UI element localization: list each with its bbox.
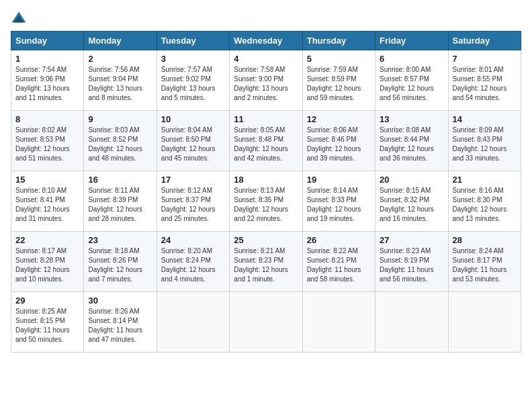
day-info: Sunrise: 8:04 AMSunset: 8:50 PMDaylight:… xyxy=(161,126,225,163)
day-number: 15 xyxy=(15,175,79,185)
calendar-cell: 17Sunrise: 8:12 AMSunset: 8:37 PMDayligh… xyxy=(157,171,229,232)
weekday-header-thursday: Thursday xyxy=(302,32,375,50)
day-info: Sunrise: 8:08 AMSunset: 8:44 PMDaylight:… xyxy=(380,126,443,163)
day-info: Sunrise: 8:20 AMSunset: 8:24 PMDaylight:… xyxy=(161,246,225,284)
calendar-cell: 16Sunrise: 8:11 AMSunset: 8:39 PMDayligh… xyxy=(84,171,157,232)
day-info: Sunrise: 8:17 AMSunset: 8:28 PMDaylight:… xyxy=(15,246,79,284)
calendar-cell: 20Sunrise: 8:15 AMSunset: 8:32 PMDayligh… xyxy=(375,171,448,232)
calendar-cell xyxy=(448,292,521,353)
week-row-1: 1Sunrise: 7:54 AMSunset: 9:06 PMDaylight… xyxy=(11,50,521,111)
day-number: 9 xyxy=(88,114,152,124)
week-row-5: 29Sunrise: 8:25 AMSunset: 8:15 PMDayligh… xyxy=(11,292,521,353)
calendar-cell: 8Sunrise: 8:02 AMSunset: 8:53 PMDaylight… xyxy=(11,111,84,171)
calendar-cell: 2Sunrise: 7:56 AMSunset: 9:04 PMDaylight… xyxy=(84,50,157,111)
calendar-cell: 3Sunrise: 7:57 AMSunset: 9:02 PMDaylight… xyxy=(157,50,229,111)
week-row-3: 15Sunrise: 8:10 AMSunset: 8:41 PMDayligh… xyxy=(11,171,521,232)
day-info: Sunrise: 8:18 AMSunset: 8:26 PMDaylight:… xyxy=(88,246,152,284)
day-info: Sunrise: 7:56 AMSunset: 9:04 PMDaylight:… xyxy=(88,65,152,103)
calendar-cell: 6Sunrise: 8:00 AMSunset: 8:57 PMDaylight… xyxy=(375,50,448,111)
day-number: 27 xyxy=(380,235,443,245)
calendar-cell: 10Sunrise: 8:04 AMSunset: 8:50 PMDayligh… xyxy=(157,111,229,171)
day-info: Sunrise: 8:13 AMSunset: 8:35 PMDaylight:… xyxy=(234,186,298,224)
calendar-cell: 4Sunrise: 7:58 AMSunset: 9:00 PMDaylight… xyxy=(230,50,302,111)
calendar-cell: 21Sunrise: 8:16 AMSunset: 8:30 PMDayligh… xyxy=(448,171,521,232)
day-info: Sunrise: 8:03 AMSunset: 8:52 PMDaylight:… xyxy=(88,126,152,163)
calendar-cell: 22Sunrise: 8:17 AMSunset: 8:28 PMDayligh… xyxy=(11,232,84,292)
weekday-header-sunday: Sunday xyxy=(11,32,84,50)
weekday-header-monday: Monday xyxy=(84,32,157,50)
day-number: 13 xyxy=(380,114,443,124)
calendar-cell: 30Sunrise: 8:26 AMSunset: 8:14 PMDayligh… xyxy=(84,292,157,353)
day-info: Sunrise: 7:57 AMSunset: 9:02 PMDaylight:… xyxy=(161,65,225,103)
calendar-cell xyxy=(302,292,375,353)
calendar-table: SundayMondayTuesdayWednesdayThursdayFrid… xyxy=(11,31,521,353)
calendar-cell: 19Sunrise: 8:14 AMSunset: 8:33 PMDayligh… xyxy=(302,171,375,232)
calendar-cell: 28Sunrise: 8:24 AMSunset: 8:17 PMDayligh… xyxy=(448,232,521,292)
day-number: 11 xyxy=(234,114,298,124)
day-info: Sunrise: 7:58 AMSunset: 9:00 PMDaylight:… xyxy=(234,65,298,103)
calendar-cell: 29Sunrise: 8:25 AMSunset: 8:15 PMDayligh… xyxy=(11,292,84,353)
day-info: Sunrise: 8:15 AMSunset: 8:32 PMDaylight:… xyxy=(380,186,443,224)
day-info: Sunrise: 8:05 AMSunset: 8:48 PMDaylight:… xyxy=(234,126,298,163)
day-info: Sunrise: 8:09 AMSunset: 8:43 PMDaylight:… xyxy=(453,126,517,163)
weekday-header-saturday: Saturday xyxy=(448,32,521,50)
header xyxy=(11,11,521,24)
calendar-cell: 15Sunrise: 8:10 AMSunset: 8:41 PMDayligh… xyxy=(11,171,84,232)
week-row-2: 8Sunrise: 8:02 AMSunset: 8:53 PMDaylight… xyxy=(11,111,521,171)
day-number: 23 xyxy=(88,235,152,245)
calendar-cell xyxy=(157,292,229,353)
day-info: Sunrise: 8:00 AMSunset: 8:57 PMDaylight:… xyxy=(380,65,443,103)
day-number: 5 xyxy=(307,54,371,64)
calendar-cell: 27Sunrise: 8:23 AMSunset: 8:19 PMDayligh… xyxy=(375,232,448,292)
day-number: 16 xyxy=(88,175,152,185)
weekday-header-wednesday: Wednesday xyxy=(230,32,302,50)
day-number: 19 xyxy=(307,175,371,185)
day-number: 10 xyxy=(161,114,225,124)
day-number: 8 xyxy=(15,114,79,124)
day-number: 12 xyxy=(307,114,371,124)
day-number: 1 xyxy=(15,54,79,64)
day-number: 28 xyxy=(453,235,517,245)
weekday-header-friday: Friday xyxy=(375,32,448,50)
day-number: 18 xyxy=(234,175,298,185)
day-info: Sunrise: 8:02 AMSunset: 8:53 PMDaylight:… xyxy=(15,126,79,163)
logo-icon xyxy=(11,11,27,24)
calendar-cell: 9Sunrise: 8:03 AMSunset: 8:52 PMDaylight… xyxy=(84,111,157,171)
weekday-header-row: SundayMondayTuesdayWednesdayThursdayFrid… xyxy=(11,32,521,50)
calendar-cell: 14Sunrise: 8:09 AMSunset: 8:43 PMDayligh… xyxy=(448,111,521,171)
day-info: Sunrise: 8:22 AMSunset: 8:21 PMDaylight:… xyxy=(307,246,371,284)
day-info: Sunrise: 8:11 AMSunset: 8:39 PMDaylight:… xyxy=(88,186,152,224)
day-info: Sunrise: 8:25 AMSunset: 8:15 PMDaylight:… xyxy=(15,307,79,345)
day-info: Sunrise: 8:01 AMSunset: 8:55 PMDaylight:… xyxy=(453,65,517,103)
day-info: Sunrise: 8:16 AMSunset: 8:30 PMDaylight:… xyxy=(453,186,517,224)
day-number: 3 xyxy=(161,54,225,64)
calendar-cell xyxy=(375,292,448,353)
day-number: 2 xyxy=(88,54,152,64)
calendar-cell xyxy=(230,292,302,353)
day-info: Sunrise: 8:26 AMSunset: 8:14 PMDaylight:… xyxy=(88,307,152,345)
calendar-cell: 12Sunrise: 8:06 AMSunset: 8:46 PMDayligh… xyxy=(302,111,375,171)
day-info: Sunrise: 8:12 AMSunset: 8:37 PMDaylight:… xyxy=(161,186,225,224)
calendar-cell: 24Sunrise: 8:20 AMSunset: 8:24 PMDayligh… xyxy=(157,232,229,292)
calendar-cell: 5Sunrise: 7:59 AMSunset: 8:59 PMDaylight… xyxy=(302,50,375,111)
logo xyxy=(11,11,30,24)
day-number: 4 xyxy=(234,54,298,64)
day-info: Sunrise: 8:06 AMSunset: 8:46 PMDaylight:… xyxy=(307,126,371,163)
day-number: 17 xyxy=(161,175,225,185)
calendar-cell: 1Sunrise: 7:54 AMSunset: 9:06 PMDaylight… xyxy=(11,50,84,111)
day-info: Sunrise: 8:23 AMSunset: 8:19 PMDaylight:… xyxy=(380,246,443,284)
calendar-cell: 26Sunrise: 8:22 AMSunset: 8:21 PMDayligh… xyxy=(302,232,375,292)
day-number: 22 xyxy=(15,235,79,245)
day-info: Sunrise: 8:21 AMSunset: 8:23 PMDaylight:… xyxy=(234,246,298,284)
day-info: Sunrise: 7:59 AMSunset: 8:59 PMDaylight:… xyxy=(307,65,371,103)
week-row-4: 22Sunrise: 8:17 AMSunset: 8:28 PMDayligh… xyxy=(11,232,521,292)
calendar-cell: 7Sunrise: 8:01 AMSunset: 8:55 PMDaylight… xyxy=(448,50,521,111)
day-number: 21 xyxy=(453,175,517,185)
calendar-cell: 23Sunrise: 8:18 AMSunset: 8:26 PMDayligh… xyxy=(84,232,157,292)
calendar-cell: 11Sunrise: 8:05 AMSunset: 8:48 PMDayligh… xyxy=(230,111,302,171)
day-number: 24 xyxy=(161,235,225,245)
calendar-cell: 13Sunrise: 8:08 AMSunset: 8:44 PMDayligh… xyxy=(375,111,448,171)
day-info: Sunrise: 8:24 AMSunset: 8:17 PMDaylight:… xyxy=(453,246,517,284)
day-number: 26 xyxy=(307,235,371,245)
day-number: 29 xyxy=(15,295,79,306)
